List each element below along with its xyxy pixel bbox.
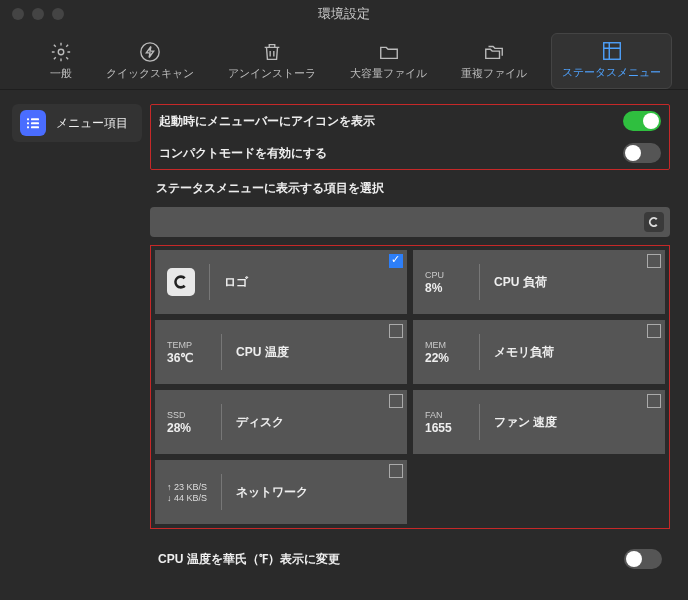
folder-icon [378, 41, 400, 63]
tab-status-menu[interactable]: ステータスメニュー [551, 33, 672, 89]
card-fan-speed[interactable]: FAN1655 ファン 速度 [413, 390, 665, 454]
bolt-icon [139, 41, 161, 63]
pref-tabs: 一般 クイックスキャン アンインストーラ 大容量ファイル 重複ファイル ステータ… [0, 28, 688, 90]
search-bar[interactable] [150, 207, 670, 237]
startup-icon-toggle[interactable] [623, 111, 661, 131]
cards-grid: ロゴ CPU8% CPU 負荷 TEMP36℃ CPU 温度 [155, 250, 665, 524]
svg-rect-4 [27, 122, 29, 124]
card-title: ネットワーク [236, 484, 308, 501]
card-title: CPU 負荷 [494, 274, 547, 291]
setting-fahrenheit-row: CPU 温度を華氏（℉）表示に変更 [150, 543, 670, 575]
svg-point-1 [141, 43, 159, 61]
svg-point-0 [58, 49, 64, 55]
tab-uninstaller[interactable]: アンインストーラ [218, 35, 326, 89]
card-checkbox[interactable] [389, 254, 403, 268]
svg-rect-6 [31, 118, 39, 120]
list-icon [20, 110, 46, 136]
zoom-dot[interactable] [52, 8, 64, 20]
setting-label: 起動時にメニューバーにアイコンを表示 [159, 113, 375, 130]
close-dot[interactable] [12, 8, 24, 20]
app-logo-icon [648, 216, 660, 228]
card-title: ファン 速度 [494, 414, 557, 431]
window-controls [12, 8, 64, 20]
folders-icon [483, 41, 505, 63]
setting-compact-mode-row: コンパクトモードを有効にする [151, 137, 669, 169]
main-panel: 起動時にメニューバーにアイコンを表示 コンパクトモードを有効にする ステータスメ… [150, 104, 676, 586]
search-logo-chip [644, 212, 664, 232]
layout-icon [601, 40, 623, 62]
tab-quick-scan[interactable]: クイックスキャン [96, 35, 204, 89]
sidebar-item-label: メニュー項目 [56, 115, 128, 132]
card-title: ロゴ [224, 274, 248, 291]
card-checkbox[interactable] [389, 464, 403, 478]
card-checkbox[interactable] [647, 254, 661, 268]
card-title: メモリ負荷 [494, 344, 554, 361]
window-title: 環境設定 [318, 5, 370, 23]
trash-icon [261, 41, 283, 63]
card-checkbox[interactable] [647, 324, 661, 338]
fahrenheit-toggle[interactable] [624, 549, 662, 569]
compact-mode-toggle[interactable] [623, 143, 661, 163]
tab-large-files[interactable]: 大容量ファイル [340, 35, 437, 89]
card-cpu-load[interactable]: CPU8% CPU 負荷 [413, 250, 665, 314]
card-checkbox[interactable] [647, 394, 661, 408]
preferences-window: 環境設定 一般 クイックスキャン アンインストーラ 大容量ファイル 重複ファイル… [0, 0, 688, 600]
highlighted-cards-group: ロゴ CPU8% CPU 負荷 TEMP36℃ CPU 温度 [150, 245, 670, 529]
setting-label: コンパクトモードを有効にする [159, 145, 327, 162]
svg-rect-2 [603, 43, 620, 60]
content-body: メニュー項目 起動時にメニューバーにアイコンを表示 コンパクトモードを有効にする… [0, 90, 688, 600]
highlighted-settings-group: 起動時にメニューバーにアイコンを表示 コンパクトモードを有効にする [150, 104, 670, 170]
svg-rect-5 [27, 126, 29, 128]
minimize-dot[interactable] [32, 8, 44, 20]
svg-rect-3 [27, 118, 29, 120]
items-heading: ステータスメニューに表示する項目を選択 [150, 178, 670, 199]
tab-duplicate-files[interactable]: 重複ファイル [451, 35, 537, 89]
tab-general[interactable]: 一般 [40, 35, 82, 89]
card-disk[interactable]: SSD28% ディスク [155, 390, 407, 454]
sidebar-item-menu-items[interactable]: メニュー項目 [12, 104, 142, 142]
svg-rect-8 [31, 126, 39, 128]
setting-label: CPU 温度を華氏（℉）表示に変更 [158, 551, 340, 568]
card-checkbox[interactable] [389, 394, 403, 408]
card-logo[interactable]: ロゴ [155, 250, 407, 314]
svg-rect-7 [31, 122, 39, 124]
card-title: ディスク [236, 414, 284, 431]
card-cpu-temp[interactable]: TEMP36℃ CPU 温度 [155, 320, 407, 384]
card-network[interactable]: ↑ 23 KB/S ↓ 44 KB/S ネットワーク [155, 460, 407, 524]
card-memory-load[interactable]: MEM22% メモリ負荷 [413, 320, 665, 384]
app-logo-icon [167, 268, 195, 296]
sidebar: メニュー項目 [12, 104, 142, 586]
setting-startup-icon-row: 起動時にメニューバーにアイコンを表示 [151, 105, 669, 137]
titlebar: 環境設定 [0, 0, 688, 28]
gear-icon [50, 41, 72, 63]
card-checkbox[interactable] [389, 324, 403, 338]
card-title: CPU 温度 [236, 344, 289, 361]
